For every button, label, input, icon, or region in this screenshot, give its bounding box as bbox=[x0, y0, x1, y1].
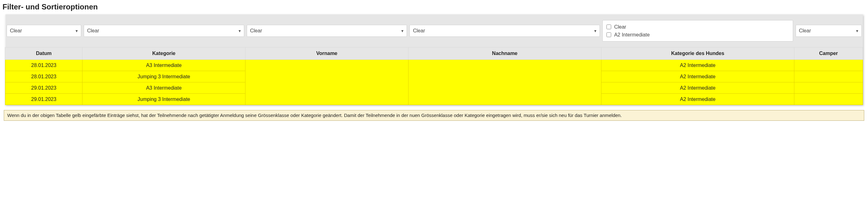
filter-hundkat-checkbox-clear[interactable] bbox=[607, 25, 611, 29]
cell-hundkat: A2 Intermediate bbox=[601, 60, 794, 71]
col-header-kategorie[interactable]: Kategorie bbox=[83, 47, 246, 60]
header-row: Datum Kategorie Vorname Nachname Kategor… bbox=[5, 47, 863, 60]
filter-hundkat-panel: Clear A2 Intermediate bbox=[602, 20, 793, 41]
cell-hundkat: A2 Intermediate bbox=[601, 71, 794, 83]
filter-hundkat-option-clear[interactable]: Clear bbox=[605, 24, 790, 30]
filter-kategorie-select[interactable]: Clear ▾ bbox=[84, 25, 244, 37]
col-header-datum[interactable]: Datum bbox=[5, 47, 83, 60]
cell-kategorie: Jumping 3 Intermediate bbox=[83, 94, 246, 105]
filter-hundkat-option-a2-label: A2 Intermediate bbox=[614, 32, 650, 38]
filter-camper-label: Clear bbox=[799, 28, 811, 34]
cell-datum: 29.01.2023 bbox=[5, 83, 83, 94]
chevron-down-icon: ▾ bbox=[856, 28, 858, 33]
cell-hundkat: A2 Intermediate bbox=[601, 94, 794, 105]
filter-nachname-select[interactable]: Clear ▾ bbox=[409, 25, 600, 37]
filter-hundkat-option-a2[interactable]: A2 Intermediate bbox=[605, 31, 790, 38]
info-note: Wenn du in der obigen Tabelle gelb einge… bbox=[4, 110, 864, 121]
filter-hundkat-checkbox-a2[interactable] bbox=[607, 32, 611, 37]
cell-camper bbox=[794, 83, 863, 94]
cell-datum: 29.01.2023 bbox=[5, 94, 83, 105]
filter-camper-select[interactable]: Clear ▾ bbox=[796, 25, 862, 37]
filter-nachname-label: Clear bbox=[413, 28, 425, 34]
cell-vorname bbox=[246, 60, 408, 105]
col-header-camper[interactable]: Camper bbox=[794, 47, 863, 60]
cell-datum: 28.01.2023 bbox=[5, 71, 83, 83]
filter-row: Clear ▾ Clear ▾ Clear ▾ bbox=[5, 14, 863, 47]
filter-hundkat-option-clear-label: Clear bbox=[614, 24, 626, 30]
table-body: 28.01.2023 A3 Intermediate A2 Intermedia… bbox=[5, 60, 863, 105]
results-table: Clear ▾ Clear ▾ Clear ▾ bbox=[5, 14, 863, 105]
results-table-wrap: Clear ▾ Clear ▾ Clear ▾ bbox=[5, 14, 863, 105]
filter-vorname-select[interactable]: Clear ▾ bbox=[247, 25, 407, 37]
filter-vorname-label: Clear bbox=[250, 28, 262, 34]
table-row: 28.01.2023 A3 Intermediate A2 Intermedia… bbox=[5, 60, 863, 71]
filter-datum-select[interactable]: Clear ▾ bbox=[7, 25, 81, 37]
cell-camper bbox=[794, 60, 863, 71]
cell-camper bbox=[794, 71, 863, 83]
page-title: Filter- und Sortieroptionen bbox=[2, 2, 866, 11]
cell-nachname bbox=[408, 60, 601, 105]
cell-kategorie: A3 Intermediate bbox=[83, 60, 246, 71]
chevron-down-icon: ▾ bbox=[239, 28, 241, 33]
chevron-down-icon: ▾ bbox=[401, 28, 403, 33]
chevron-down-icon: ▾ bbox=[75, 28, 78, 33]
cell-kategorie: Jumping 3 Intermediate bbox=[83, 71, 246, 83]
col-header-hundkat[interactable]: Kategorie des Hundes bbox=[601, 47, 794, 60]
col-header-nachname[interactable]: Nachname bbox=[408, 47, 601, 60]
filter-kategorie-label: Clear bbox=[87, 28, 99, 34]
cell-datum: 28.01.2023 bbox=[5, 60, 83, 71]
cell-kategorie: A3 Intermediate bbox=[83, 83, 246, 94]
cell-hundkat: A2 Intermediate bbox=[601, 83, 794, 94]
chevron-down-icon: ▾ bbox=[594, 28, 596, 33]
filter-datum-label: Clear bbox=[10, 28, 22, 34]
col-header-vorname[interactable]: Vorname bbox=[246, 47, 408, 60]
cell-camper bbox=[794, 94, 863, 105]
